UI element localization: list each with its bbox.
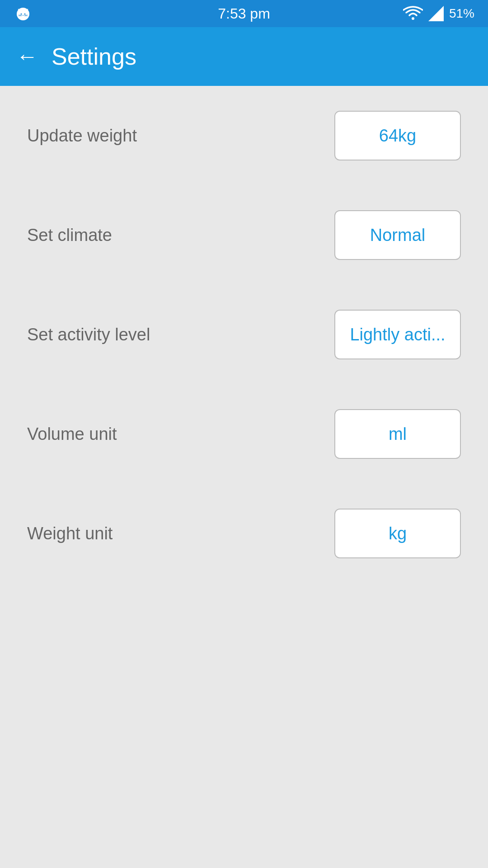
svg-marker-10 [428,6,444,21]
svg-point-2 [21,14,22,15]
status-bar: 7:53 pm 51% [0,0,488,27]
setting-label-update-weight: Update weight [27,126,137,146]
setting-row-volume-unit: Volume unit ml [18,384,470,484]
setting-label-set-activity-level: Set activity level [27,325,150,344]
setting-button-set-climate[interactable]: Normal [334,210,461,260]
back-button[interactable]: ← [16,46,38,67]
setting-row-weight-unit: Weight unit kg [18,484,470,583]
status-time: 7:53 pm [218,5,270,22]
setting-button-set-activity-level[interactable]: Lightly acti... [334,310,461,359]
battery-level: 51% [449,6,474,21]
status-bar-left [14,4,33,23]
page-title: Settings [52,43,136,70]
setting-button-weight-unit[interactable]: kg [334,509,461,558]
setting-button-update-weight[interactable]: 64kg [334,111,461,160]
svg-point-3 [24,14,26,15]
svg-point-4 [23,15,23,16]
svg-point-9 [412,17,414,20]
setting-button-volume-unit[interactable]: ml [334,409,461,459]
wifi-icon [403,6,423,21]
app-bar: ← Settings [0,27,488,86]
setting-label-volume-unit: Volume unit [27,425,117,444]
signal-icon [428,6,444,21]
setting-row-set-activity-level: Set activity level Lightly acti... [18,285,470,384]
settings-content: Update weight 64kg Set climate Normal Se… [0,86,488,583]
app-icon [14,4,33,23]
status-bar-right: 51% [403,6,474,21]
setting-row-update-weight: Update weight 64kg [18,86,470,185]
setting-row-set-climate: Set climate Normal [18,185,470,285]
setting-label-weight-unit: Weight unit [27,524,113,543]
setting-label-set-climate: Set climate [27,226,112,245]
